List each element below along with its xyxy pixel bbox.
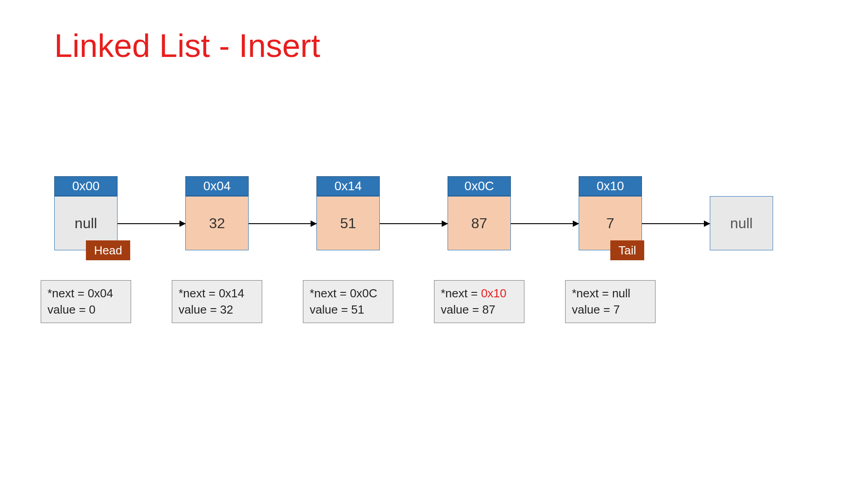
info-1: *next = 0x14 value = 32 [172,280,262,323]
info-3: *next = 0x10 value = 87 [434,280,524,323]
node-1: 0x04 32 [185,176,249,250]
node-3-addr: 0x0C [448,176,511,196]
node-3: 0x0C 87 [448,176,511,250]
info-1-value: value = 32 [179,301,255,318]
arrow-3-4 [511,223,579,224]
info-3-value: value = 87 [441,301,518,318]
info-0-value: value = 0 [47,301,124,318]
info-0: *next = 0x04 value = 0 [41,280,131,323]
arrow-2-3 [380,223,448,224]
arrow-1-2 [249,223,316,224]
head-tag: Head [86,240,130,260]
info-0-next: *next = 0x04 [47,285,124,301]
info-3-next: *next = 0x10 [441,285,518,301]
node-0: 0x00 null [54,176,118,250]
null-terminator: null [710,196,773,250]
node-1-value: 32 [185,196,249,250]
info-1-next: *next = 0x14 [179,285,255,301]
node-4-addr: 0x10 [579,176,642,196]
info-4-next: *next = null [572,285,649,301]
info-4-value: value = 7 [572,301,649,318]
info-2-next: *next = 0x0C [310,285,387,301]
node-2-addr: 0x14 [316,176,380,196]
arrow-0-1 [118,223,185,224]
node-2-value: 51 [316,196,380,250]
tail-tag: Tail [610,240,644,260]
info-2: *next = 0x0C value = 51 [303,280,393,323]
slide-title: Linked List - Insert [54,27,320,64]
info-4: *next = null value = 7 [565,280,656,323]
node-4: 0x10 7 [579,176,642,250]
node-1-addr: 0x04 [185,176,249,196]
arrow-4-null [642,223,710,224]
node-2: 0x14 51 [316,176,380,250]
info-2-value: value = 51 [310,301,387,318]
node-0-addr: 0x00 [54,176,118,196]
node-3-value: 87 [448,196,511,250]
